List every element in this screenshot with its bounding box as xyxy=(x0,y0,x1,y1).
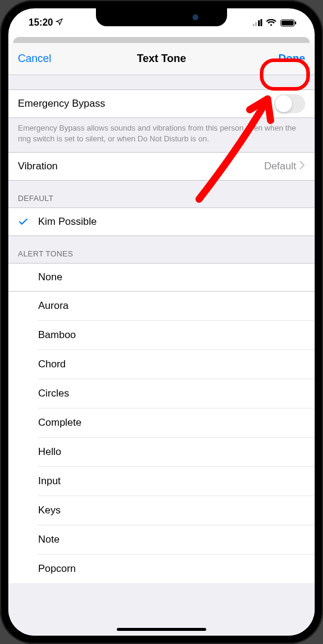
emergency-bypass-toggle[interactable] xyxy=(274,94,305,113)
alert-tone-name: Hello xyxy=(38,446,61,457)
cell-signal-icon xyxy=(253,19,263,26)
svg-rect-1 xyxy=(282,20,294,25)
chevron-right-icon xyxy=(300,160,305,172)
alert-tone-name: Chord xyxy=(38,358,66,370)
alert-tone-row[interactable]: Popcorn xyxy=(8,555,315,583)
alert-tone-row[interactable]: Aurora xyxy=(8,292,315,321)
emergency-bypass-note: Emergency Bypass allows sounds and vibra… xyxy=(8,118,315,152)
alert-tone-name: Complete xyxy=(38,417,82,428)
emergency-bypass-row[interactable]: Emergency Bypass xyxy=(8,89,315,118)
home-indicator[interactable] xyxy=(117,628,206,631)
alert-tone-row[interactable]: Circles xyxy=(8,379,315,408)
alert-tone-name: Keys xyxy=(38,504,61,516)
vibration-value: Default xyxy=(264,160,296,172)
nav-bar: Cancel Text Tone Done xyxy=(8,43,315,75)
alert-tone-row[interactable]: Complete xyxy=(8,408,315,438)
alert-tones-header: ALERT TONES xyxy=(8,236,315,263)
alert-tone-name: None xyxy=(38,271,63,283)
alert-tone-name: Bamboo xyxy=(38,329,76,340)
alert-tone-name: Input xyxy=(38,475,61,487)
alert-tone-row[interactable]: None xyxy=(8,263,315,292)
notch xyxy=(96,8,227,26)
phone-screen: 15:20 Cancel Text Tone Done xyxy=(8,8,315,636)
alert-tone-name: Popcorn xyxy=(38,563,76,574)
battery-icon xyxy=(280,19,297,27)
alert-tone-row[interactable]: Note xyxy=(8,525,315,555)
front-camera xyxy=(192,14,198,20)
wifi-icon xyxy=(266,19,277,27)
done-button[interactable]: Done xyxy=(278,52,305,65)
alert-tone-row[interactable]: Input xyxy=(8,467,315,496)
default-tone-name: Kim Possible xyxy=(38,216,97,228)
nav-title: Text Tone xyxy=(137,52,186,65)
default-tone-row[interactable]: Kim Possible xyxy=(8,208,315,236)
phone-frame: 15:20 Cancel Text Tone Done xyxy=(0,0,323,644)
vibration-row[interactable]: Vibration Default xyxy=(8,152,315,181)
alert-tone-row[interactable]: Hello xyxy=(8,438,315,467)
svg-rect-2 xyxy=(295,21,296,24)
alert-tone-name: Circles xyxy=(38,388,69,399)
alert-tone-row[interactable]: Keys xyxy=(8,496,315,525)
alert-tone-name: Note xyxy=(38,534,60,545)
location-arrow-icon xyxy=(55,17,63,28)
cancel-button[interactable]: Cancel xyxy=(18,52,51,65)
settings-content[interactable]: Emergency Bypass Emergency Bypass allows… xyxy=(8,75,315,636)
vibration-label: Vibration xyxy=(18,160,264,172)
alert-tone-row[interactable]: Chord xyxy=(8,350,315,379)
alert-tone-name: Aurora xyxy=(38,300,69,311)
alert-tones-group: None Aurora Bamboo Chord Circles Complet… xyxy=(8,263,315,583)
status-time: 15:20 xyxy=(29,17,53,28)
emergency-bypass-label: Emergency Bypass xyxy=(18,98,274,110)
checkmark-icon xyxy=(18,216,38,227)
alert-tone-row[interactable]: Bamboo xyxy=(8,321,315,350)
default-section-header: DEFAULT xyxy=(8,181,315,208)
